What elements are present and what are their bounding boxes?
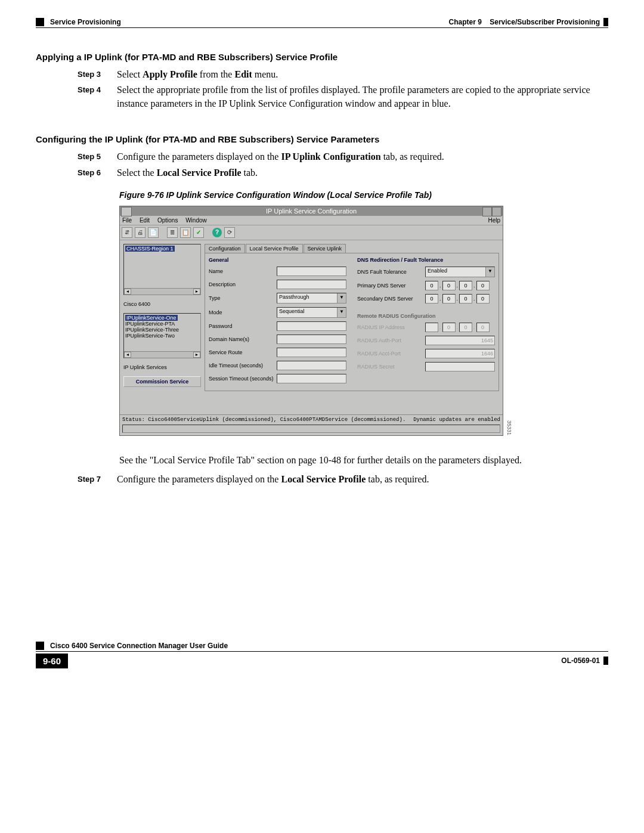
ip-uplink-services-label: IP Uplink Services — [123, 363, 201, 371]
toolbar-list-icon[interactable]: ≣ — [167, 227, 178, 238]
svc-item-4[interactable]: IPUplinkService-Two — [125, 333, 199, 339]
mode-label: Mode — [209, 309, 274, 315]
step4-text: Select the appropriate profile from the … — [117, 83, 608, 110]
status-bar: Status: Cisco6400ServiceUplink (decommis… — [120, 414, 503, 425]
scroll-right-icon[interactable]: ► — [193, 352, 200, 358]
tree-selected-item[interactable]: CHASSIS-Region 1 — [125, 246, 175, 252]
session-timeout-input[interactable] — [277, 374, 346, 383]
footer-guide-title: Cisco 6400 Service Connection Manager Us… — [50, 642, 228, 650]
menu-file[interactable]: File — [122, 217, 132, 224]
footer-square-icon — [36, 642, 44, 650]
dns-heading: DNS Redirection / Fault Tolerance — [357, 257, 495, 263]
secondary-dns-label: Secondary DNS Server — [357, 296, 423, 302]
idle-timeout-label: Idle Timeout (seconds) — [209, 363, 274, 368]
section1-heading: Applying a IP Uplink (for PTA-MD and RBE… — [36, 52, 608, 62]
section2-heading: Configuring the IP Uplink (for PTA-MD an… — [36, 134, 608, 144]
footer: Cisco 6400 Service Connection Manager Us… — [36, 642, 608, 668]
toolbar: ⇵ 🖨 📄 ≣ 📋 ✓ ? ⟳ — [120, 225, 503, 240]
domain-input[interactable] — [277, 335, 346, 344]
step5-text: Configure the parameters displayed on th… — [117, 150, 608, 163]
header-square-icon — [36, 18, 44, 26]
tab-strip: Configuration Local Service Profile Serv… — [205, 244, 499, 253]
secondary-dns-input[interactable]: 0.0.0.0 — [425, 294, 490, 304]
toolbar-help-icon[interactable]: ? — [212, 228, 222, 237]
route-label: Service Route — [209, 349, 274, 355]
type-label: Type — [209, 295, 274, 301]
svc-item-1[interactable]: IPUplinkService-One — [125, 315, 178, 321]
window-title: IP Uplink Service Configuration — [266, 208, 357, 215]
toolbar-refresh-icon[interactable]: ⟳ — [224, 227, 235, 238]
right-panel: Configuration Local Service Profile Serv… — [205, 244, 499, 411]
step7-label: Step 7 — [78, 473, 107, 486]
step3-text: Select Apply Profile from the Edit menu. — [117, 68, 608, 81]
dns-fault-select[interactable]: Enabled▼ — [425, 267, 495, 277]
primary-dns-input[interactable]: 0.0.0.0 — [425, 281, 490, 290]
scroll-right-icon[interactable]: ► — [193, 289, 200, 295]
header-chapter: Chapter 9 — [449, 18, 482, 26]
chevron-down-icon[interactable]: ▼ — [337, 293, 346, 303]
title-bar: IP Uplink Service Configuration — [120, 206, 503, 216]
header-title: Service/Subscriber Provisioning — [490, 18, 600, 26]
svc-item-3[interactable]: IPUplinkService-Three — [125, 327, 199, 333]
toolbar-page-icon[interactable]: 📄 — [148, 227, 159, 238]
primary-dns-label: Primary DNS Server — [357, 283, 423, 289]
general-column: General Name Description Type Passthroug… — [209, 257, 346, 387]
system-menu-icon[interactable] — [121, 207, 132, 216]
radius-heading: Remote RADIUS Configuration — [357, 313, 495, 319]
radius-auth-label: RADIUS Auth-Port — [357, 337, 423, 343]
minimize-icon[interactable] — [482, 207, 492, 216]
service-list[interactable]: IPUplinkService-One IPUplinkService-PTA … — [123, 313, 201, 358]
description-label: Description — [209, 281, 274, 287]
radius-secret-input[interactable] — [425, 362, 495, 371]
name-input[interactable] — [277, 267, 346, 276]
progress-track — [122, 425, 500, 433]
radius-ip-input[interactable]: .0.0.0 — [425, 323, 490, 332]
chevron-down-icon[interactable]: ▼ — [337, 308, 346, 317]
figure-caption: Figure 9-76 IP Uplink Service Configurat… — [119, 190, 608, 200]
page-number: 9-60 — [36, 654, 68, 668]
running-header: Service Provisioning Chapter 9 Service/S… — [36, 18, 608, 27]
menu-window[interactable]: Window — [185, 217, 207, 224]
maximize-icon[interactable] — [492, 207, 501, 216]
header-left-text: Service Provisioning — [50, 18, 121, 26]
menu-options[interactable]: Options — [157, 217, 178, 224]
dns-fault-label: DNS Fault Tolerance — [357, 269, 423, 275]
radius-acct-input[interactable]: 1646 — [425, 349, 495, 358]
app-window: IP Uplink Service Configuration File Edi… — [119, 206, 503, 436]
idle-timeout-input[interactable] — [277, 361, 346, 370]
dns-radius-column: DNS Redirection / Fault Tolerance DNS Fa… — [357, 257, 495, 387]
description-input[interactable] — [277, 280, 346, 289]
toolbar-check-icon[interactable]: ✓ — [193, 227, 204, 238]
step4-label: Step 4 — [78, 83, 107, 110]
svc-item-2[interactable]: IPUplinkService-PTA — [125, 321, 199, 327]
menu-bar: File Edit Options Window Help — [120, 216, 503, 225]
menu-help[interactable]: Help — [488, 217, 500, 224]
menu-edit[interactable]: Edit — [140, 217, 150, 224]
toolbar-print-icon[interactable]: 🖨 — [135, 227, 145, 238]
scroll-left-icon[interactable]: ◄ — [124, 352, 131, 358]
toolbar-clipboard-icon[interactable]: 📋 — [180, 227, 191, 238]
chevron-down-icon[interactable]: ▼ — [485, 267, 494, 277]
route-input[interactable] — [277, 348, 346, 357]
header-rule — [36, 27, 608, 28]
tab-configuration[interactable]: Configuration — [205, 244, 245, 253]
step6-text: Select the Local Service Profile tab. — [117, 166, 608, 179]
left-panel: CHASSIS-Region 1 ◄► Cisco 6400 IPUplinkS… — [123, 244, 201, 411]
step3-label: Step 3 — [78, 68, 107, 81]
scroll-left-icon[interactable]: ◄ — [124, 289, 131, 295]
session-timeout-label: Session Timeout (seconds) — [209, 376, 274, 382]
mode-select[interactable]: Sequential▼ — [277, 307, 346, 318]
step7-text: Configure the parameters displayed on th… — [117, 473, 608, 486]
chassis-tree[interactable]: CHASSIS-Region 1 ◄► — [123, 244, 201, 295]
commission-service-button[interactable]: Commission Service — [123, 376, 201, 387]
tab-service-uplink[interactable]: Service Uplink — [304, 244, 346, 253]
toolbar-icon-1[interactable]: ⇵ — [122, 227, 132, 238]
step6-label: Step 6 — [78, 166, 107, 179]
password-input[interactable] — [277, 321, 346, 331]
type-select[interactable]: Passthrough▼ — [277, 293, 346, 304]
radius-auth-input[interactable]: 1645 — [425, 336, 495, 345]
tab-local-service-profile[interactable]: Local Service Profile — [246, 244, 303, 253]
status-right: Dynamic updates are enabled — [413, 417, 500, 423]
general-heading: General — [209, 257, 346, 263]
name-label: Name — [209, 268, 274, 274]
